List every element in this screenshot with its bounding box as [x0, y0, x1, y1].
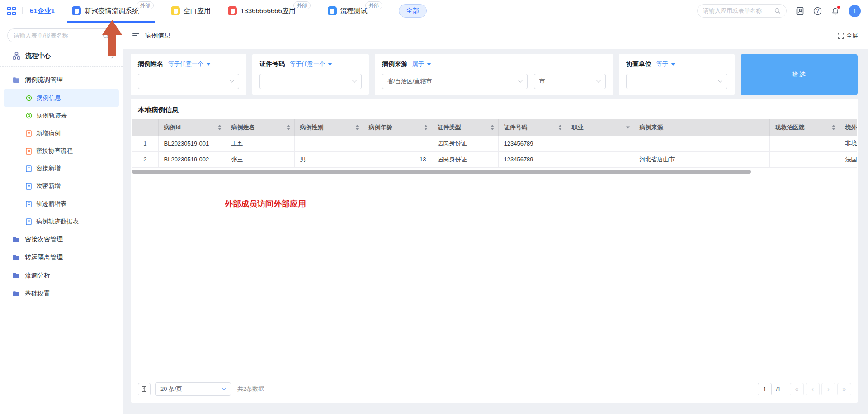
col-case-source[interactable]: 病例来源: [634, 119, 769, 136]
table-row[interactable]: 1 BL20230519-001 王五 居民身份证 123456789 非境外输…: [132, 136, 857, 151]
col-case-id[interactable]: 病例id: [158, 119, 226, 136]
help-icon[interactable]: ?: [813, 7, 822, 15]
app-tab-label: 流程测试: [340, 7, 368, 15]
sidebar-item-case-track-data-table[interactable]: 病例轨迹数据表: [4, 213, 119, 230]
folder-label: 病例流调管理: [25, 76, 63, 84]
sort-icon[interactable]: [218, 125, 222, 130]
table-row[interactable]: 2 BL20230519-002 张三 男 13 居民身份证 123456789…: [132, 151, 857, 167]
contacts-icon[interactable]: [796, 7, 804, 15]
sidebar-item-process-center[interactable]: 流程中心: [0, 45, 123, 67]
sidebar-item-new-case[interactable]: 新增病例: [4, 125, 119, 142]
sort-icon[interactable]: [558, 125, 562, 130]
app-icon: [72, 6, 81, 15]
sort-icon[interactable]: [832, 125, 835, 130]
sort-icon[interactable]: [424, 125, 428, 130]
page-size-select[interactable]: 20 条/页: [155, 382, 231, 396]
sidebar-item-close-contact-new[interactable]: 密接新增: [4, 160, 119, 177]
filter-operator-dropdown[interactable]: 属于: [412, 60, 431, 68]
col-overseas[interactable]: 境外输入: [840, 119, 857, 136]
form-search-input[interactable]: 请输入表单/报表名称: [7, 28, 115, 42]
assist-unit-select[interactable]: [626, 74, 727, 89]
chevron-down-icon: [717, 78, 722, 83]
filter-field-label: 协查单位: [626, 60, 651, 68]
app-tab-covid-system[interactable]: 新冠疫情流调系统 外部: [72, 0, 154, 22]
item-label: 新增病例: [36, 129, 61, 137]
doc-icon: [26, 148, 32, 155]
filter-card-assist-unit: 协查单位 等于: [619, 54, 735, 95]
first-page-button[interactable]: «: [790, 383, 804, 395]
cell: BL20230519-001: [158, 136, 226, 151]
process-center-label: 流程中心: [25, 52, 51, 60]
col-gender[interactable]: 病例性别: [294, 119, 363, 136]
sidebar-folder-analysis[interactable]: 流调分析: [0, 267, 123, 285]
doc-icon: [26, 218, 32, 225]
current-page-input[interactable]: 1: [758, 383, 772, 395]
app-tab-process-test[interactable]: 流程测试 外部: [328, 0, 382, 22]
city-select[interactable]: 市: [534, 74, 606, 89]
sort-icon[interactable]: [287, 125, 290, 130]
id-number-select[interactable]: [259, 74, 362, 89]
folder-icon: [13, 273, 20, 279]
province-select[interactable]: 省/自治区/直辖市: [382, 74, 528, 89]
col-id-type[interactable]: 证件类型: [432, 119, 498, 136]
cell: 非境外输入: [840, 136, 857, 151]
cell: 法国: [840, 151, 857, 167]
item-label: 病例轨迹数据表: [36, 217, 79, 226]
sort-icon[interactable]: [355, 125, 359, 130]
avatar[interactable]: 1: [849, 5, 861, 17]
filter-card-case-name: 病例姓名 等于任意一个: [131, 54, 246, 95]
sidebar-folder-transfer-isolation[interactable]: 转运隔离管理: [0, 249, 123, 267]
sort-icon[interactable]: [491, 125, 494, 130]
prev-page-button[interactable]: ‹: [806, 383, 820, 395]
next-page-button[interactable]: ›: [821, 383, 835, 395]
col-case-name[interactable]: 病例姓名: [226, 119, 294, 136]
org-name-link[interactable]: 61企业1: [30, 7, 55, 15]
apps-grid-icon[interactable]: [7, 7, 16, 15]
collapse-menu-icon[interactable]: [132, 33, 139, 38]
caret-down-icon: [328, 63, 332, 66]
app-tab-13366666666[interactable]: 13366666666应用 外部: [228, 0, 311, 22]
cell: [294, 136, 363, 151]
external-badge: 外部: [365, 1, 382, 9]
chevron-down-icon: [222, 386, 226, 390]
filter-field-label: 病例姓名: [138, 60, 163, 68]
sidebar-item-case-track-table[interactable]: 病例轨迹表: [4, 107, 119, 124]
sidebar-item-case-info[interactable]: 病例信息: [4, 89, 119, 107]
sidebar-item-track-new-table[interactable]: 轨迹新增表: [4, 195, 119, 212]
sidebar-item-secondary-contact-new[interactable]: 次密新增: [4, 178, 119, 195]
filter-operator-dropdown[interactable]: 等于任意一个: [290, 60, 332, 68]
sidebar-item-close-contact-flow[interactable]: 密接协查流程: [4, 142, 119, 160]
cell: 王五: [226, 136, 294, 151]
app-icon: [228, 6, 237, 15]
app-tab-blank-app[interactable]: 空白应用: [171, 0, 211, 22]
filter-operator-dropdown[interactable]: 等于任意一个: [168, 60, 211, 68]
horizontal-scrollbar[interactable]: [132, 170, 751, 174]
col-id-number[interactable]: 证件号码: [498, 119, 566, 136]
col-hospital[interactable]: 现救治医院: [769, 119, 840, 136]
last-page-button[interactable]: »: [837, 383, 851, 395]
annotation-text: 外部成员访问外部应用: [225, 198, 857, 209]
fullscreen-button[interactable]: 全屏: [838, 32, 858, 40]
filter-operator-dropdown[interactable]: 等于: [656, 60, 675, 68]
cell: 1: [132, 136, 158, 151]
filter-card-case-source: 病例来源 属于 省/自治区/直辖市 市: [375, 54, 613, 95]
external-badge: 外部: [293, 1, 311, 9]
all-apps-button[interactable]: 全部: [399, 4, 427, 18]
sidebar-folder-contact-management[interactable]: 密接次密管理: [0, 231, 123, 249]
filter-submit-button[interactable]: 筛选: [741, 54, 858, 95]
col-age[interactable]: 病例年龄: [363, 119, 432, 136]
global-search-input[interactable]: 请输入应用或表单名称: [697, 4, 787, 18]
filter-field-label: 病例来源: [382, 60, 407, 68]
col-occupation[interactable]: 职业: [566, 119, 634, 136]
notifications-bell-icon[interactable]: [831, 7, 840, 15]
cell: 123456789: [498, 151, 566, 167]
sidebar-folder-basic-settings[interactable]: 基础设置: [0, 285, 123, 303]
jump-rows-button[interactable]: [138, 383, 151, 395]
filter-caret-icon[interactable]: [626, 127, 630, 129]
sidebar-tree: 病例流调管理 病例信息 病例轨迹表 新增病例 密接协查流程 密接新增 次密新增: [0, 67, 123, 303]
sidebar-folder-case-management[interactable]: 病例流调管理: [0, 71, 123, 89]
cell: [769, 151, 840, 167]
col-index: [132, 119, 158, 136]
case-name-select[interactable]: [138, 74, 239, 89]
caret-down-icon: [427, 63, 431, 66]
